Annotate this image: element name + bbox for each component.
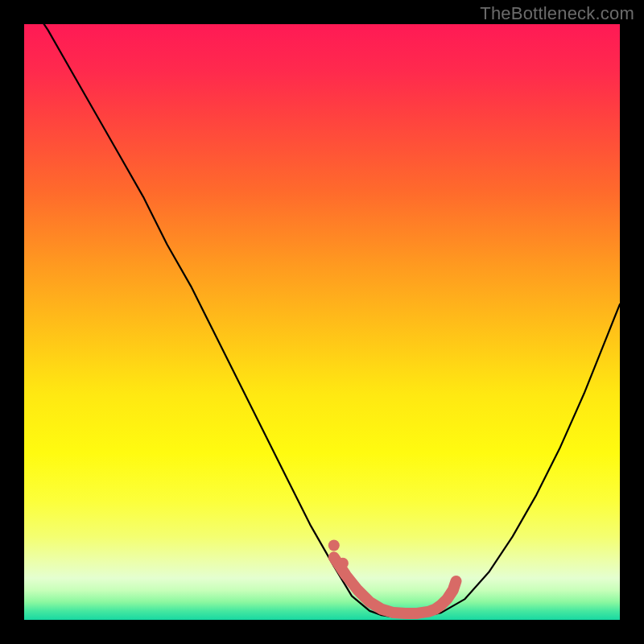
plot-area [24,24,620,620]
chart-frame: TheBottleneck.com [0,0,644,644]
watermark-text: TheBottleneck.com [480,3,634,24]
chart-svg [24,24,620,620]
bottleneck-curve [24,0,620,617]
optimal-zone-markers [328,540,456,613]
optimal-zone-dot [337,558,349,569]
optimal-zone-stroke [334,557,456,613]
optimal-zone-dot [328,540,340,551]
